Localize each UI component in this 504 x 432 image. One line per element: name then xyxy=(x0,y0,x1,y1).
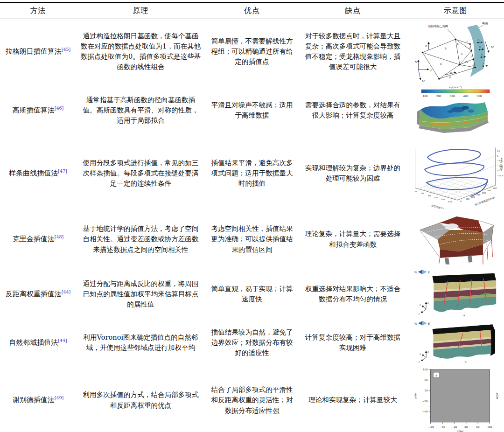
model-top-surface xyxy=(420,216,494,258)
table-row: 拉格朗日插值算法[45] 通过构造拉格朗日基函数，使每个基函数在对应的数据点处取… xyxy=(0,19,504,84)
mesh-label-leader xyxy=(447,29,455,38)
x-axis-ticks: −100 −60 −20 20 60 100 xyxy=(427,425,492,428)
principle-cell: 基于地统计学的插值方法，考虑了空间自相关性。通过变差函数或协方差函数来描述数据点… xyxy=(76,222,205,257)
table-row: 样条曲线插值法[47] 使用分段多项式进行插值，常见的如三次样条插值。每段多项式… xyxy=(0,137,504,209)
map-panel-figure: d 100 60 20 −20 −60 xyxy=(411,367,500,432)
colorbar-tick: 400 xyxy=(463,95,468,98)
cross-section-b-figure: W E F F xyxy=(413,320,499,365)
tick-label: −100 xyxy=(427,425,434,428)
x-axis-label: 沿工作面方向/m xyxy=(431,204,448,209)
y-axis-letter: y xyxy=(418,361,420,363)
panel-label: b xyxy=(464,360,466,363)
advantage-cell: 简单易懂，不需要解线性方程组；可以精确通过所有给定的插值点 xyxy=(205,34,299,69)
tick-label: −60 xyxy=(440,425,445,428)
figure-cell: W E F F xyxy=(407,269,504,319)
principle-cell: 利用多次插值的方式，结合局部多项式和反距离权重的优点 xyxy=(76,388,205,412)
disadvantage-text: 理论和实现复杂；计算量较大 xyxy=(303,395,403,405)
method-cell: 自然邻域插值法[44] xyxy=(0,335,76,350)
compass: W E xyxy=(414,321,430,326)
point-label: I₃ xyxy=(470,55,472,57)
triangle-label: T₄ xyxy=(465,60,468,63)
header-disadvantage: 缺点 xyxy=(299,6,407,16)
y-axis-label-right: y/km xyxy=(496,392,499,399)
header-method: 方法 xyxy=(0,6,76,16)
y-axis-ticks: 0 100 200 300 400 500 600 xyxy=(460,187,497,202)
figure-cell: d 100 60 20 −20 −60 xyxy=(407,366,504,432)
method-cell: 反距离权重插值法[44] xyxy=(0,287,76,301)
method-name: 高斯插值算法 xyxy=(13,106,55,114)
tick-label: 20 xyxy=(464,425,468,428)
figure-cell: T₁ T₂ T₃ T₄ T₅ T₆ I₁ I₂ I₃ I₄ P₁ P₂ P₃ xyxy=(407,20,504,84)
velocity-model-figure: vₛ/(m·s⁻¹) 100 200 300 400 500 xyxy=(411,84,500,136)
method-cell: 克里金插值法[48] xyxy=(0,232,76,246)
principle-cell: 通过分配与距离成反比的权重，将周围已知点的属性值加权平均来估算目标点的属性值 xyxy=(76,277,205,312)
point-label: I₁ xyxy=(466,41,468,43)
disadvantage-text: 需要选择合适的参数，对结果有很大影响；计算复杂度较高 xyxy=(303,100,403,120)
principle-text: 通过分配与距离成反比的权重，将周围已知点的属性值加权平均来估算目标点的属性值 xyxy=(80,279,201,310)
tick-label: −20 xyxy=(452,425,457,428)
advantage-cell: 平滑且对噪声不敏感；适用于高维数据 xyxy=(205,98,299,122)
section-block xyxy=(432,325,495,359)
advantage-text: 结合了局部多项式的平滑性和反距离权重的灵活性；对数据分布适应性强 xyxy=(210,384,294,416)
tick-label: 80 xyxy=(428,195,431,197)
method-cell: 拉格朗日插值算法[45] xyxy=(0,44,76,59)
disadvantage-cell: 需要选择合适的参数，对结果有很大影响；计算复杂度较高 xyxy=(299,98,407,122)
disadvantage-text: 对于较多数据点时，计算量大且复杂；高次多项式可能会导致数值不稳定；受龙格现象影响… xyxy=(303,31,403,72)
spline-3d-figure: 20 50 80 110 140 170 0 100 200 300 400 5… xyxy=(408,138,504,209)
geologic-model-figure xyxy=(411,211,500,267)
point-label: P₁ xyxy=(477,39,479,41)
colorbar-tick: 300 xyxy=(449,95,455,98)
tick-label: 400 xyxy=(482,192,485,194)
compass-west-arrow xyxy=(418,270,422,274)
fault-label: 断层 xyxy=(482,21,488,25)
vector-p-label: P xyxy=(448,76,451,78)
colorbar-ticks: 100 200 300 400 500 xyxy=(422,95,482,98)
tick-label: 60 xyxy=(425,379,428,382)
x-axis-letter: x xyxy=(419,353,421,355)
table-row: 克里金插值法[48] 基于地统计学的插值方法，考虑了空间自相关性。通过变差函数或… xyxy=(0,209,504,269)
disadvantage-text: 权重选择对结果影响大；不适合数据分布不均匀的情况 xyxy=(303,284,403,304)
colorbar-tick: 200 xyxy=(436,95,441,98)
point-label: I₂ xyxy=(468,47,470,49)
table-row: 自然邻域插值法[44] 利用Voronoi图来确定插值点的自然邻域，并使用这些邻… xyxy=(0,319,504,366)
axis-triad: z x y xyxy=(418,302,428,315)
panel-label: a xyxy=(463,314,465,317)
figure-cell: vₛ/(m·s⁻¹) 100 200 300 400 500 xyxy=(407,84,504,137)
tick-label: −60 xyxy=(422,410,428,413)
section-block xyxy=(432,273,496,312)
principle-cell: 通过构造拉格朗日基函数，使每个基函数在对应的数据点处取值为1，而在其他数据点处取… xyxy=(76,29,205,74)
method-cell: 高斯插值算法[46] xyxy=(0,103,76,118)
tick-label: 170 xyxy=(448,201,451,203)
tick-label: 0 xyxy=(497,155,498,157)
table-row: 谢别德插值法[49] 利用多次插值的方式，结合局部多项式和反距离权重的优点 结合… xyxy=(0,366,504,432)
wireframe-grid xyxy=(415,138,496,200)
y-axis-label: y/km xyxy=(414,392,417,399)
fault-triangulation-figure: T₁ T₂ T₃ T₄ T₅ T₆ I₁ I₂ I₃ I₄ P₁ P₂ P₃ xyxy=(410,21,502,83)
disadvantage-cell: 理论复杂，计算量大；需要选择和拟合变差函数 xyxy=(299,227,407,251)
x-axis-letter: x xyxy=(419,304,421,306)
principle-text: 利用Voronoi图来确定插值点的自然邻域，并使用这些邻域点进行加权平均 xyxy=(80,332,201,353)
terrain-model xyxy=(417,102,489,133)
method-name: 拉格朗日插值算法 xyxy=(6,47,62,56)
advantage-text: 简单易懂，不需要解线性方程组；可以精确通过所有给定的插值点 xyxy=(210,36,294,67)
disadvantage-text: 实现和理解较为复杂；边界处的处理可能较为困难 xyxy=(303,163,403,183)
triangle-labels: T₁ T₂ T₃ T₄ T₅ T₆ xyxy=(439,42,468,74)
method-name: 谢别德插值法 xyxy=(13,396,55,404)
advantage-text: 插值结果平滑，避免高次多项式问题；适用于数据量大时的插值 xyxy=(210,158,294,189)
advantage-cell: 插值结果平滑，避免高次多项式问题；适用于数据量大时的插值 xyxy=(205,156,299,191)
advantage-cell: 结合了局部多项式的平滑性和反距离权重的灵活性；对数据分布适应性强 xyxy=(205,383,299,418)
vector-n-label: N xyxy=(414,60,417,63)
y-axis-ticks: 100 60 20 −20 −60 xyxy=(422,368,428,413)
disadvantage-text: 理论复杂，计算量大；需要选择和拟合变差函数 xyxy=(303,229,403,249)
tick-label: 20 xyxy=(425,389,428,392)
tick-label: 60 xyxy=(476,425,480,428)
figure-cell xyxy=(407,210,504,268)
principle-cell: 使用分段多项式进行插值，常见的如三次样条插值。每段多项式在接缝处要满足一定的连续… xyxy=(76,156,205,191)
x-tick-marks xyxy=(431,422,490,424)
header-figure: 示意图 xyxy=(407,6,504,16)
disadvantage-cell: 对于较多数据点时，计算量大且复杂；高次多项式可能会导致数值不稳定；受龙格现象影响… xyxy=(299,29,407,74)
point-label: P₂ xyxy=(479,46,481,48)
spline-curves xyxy=(425,149,488,196)
colorbar xyxy=(421,90,490,93)
tick-label: 600 xyxy=(493,187,497,189)
